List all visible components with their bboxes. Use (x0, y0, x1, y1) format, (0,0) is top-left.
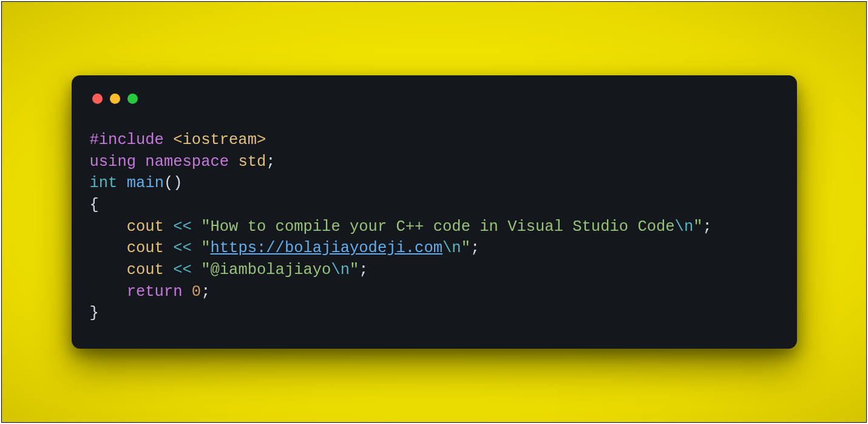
semicolon: ; (703, 218, 712, 236)
namespace-name: std (238, 153, 266, 171)
window-controls (90, 94, 779, 104)
code-line: } (90, 304, 99, 322)
code-line: cout << "https://bolajiayodeji.com\n"; (90, 239, 480, 257)
semicolon: ; (266, 153, 275, 171)
string-quote: " (201, 239, 210, 257)
keyword-return: return (127, 283, 183, 301)
code-block: #include <iostream> using namespace std;… (90, 129, 779, 324)
code-line: cout << "@iambolajiayo\n"; (90, 261, 368, 279)
insertion-operator: << (173, 261, 192, 279)
code-line: return 0; (90, 283, 211, 301)
escape-sequence: \n (331, 261, 350, 279)
code-line: #include <iostream> (90, 131, 266, 149)
code-line: int main() (90, 174, 183, 192)
escape-sequence: \n (442, 239, 461, 257)
open-brace: { (90, 196, 99, 214)
number-literal: 0 (192, 283, 201, 301)
background-frame: #include <iostream> using namespace std;… (1, 1, 867, 423)
keyword-using: using (90, 153, 137, 171)
string-quote: " (201, 261, 210, 279)
code-line: cout << "How to compile your C++ code in… (90, 218, 712, 236)
minimize-icon[interactable] (110, 94, 120, 104)
string-quote: " (461, 239, 470, 257)
string-literal: @iambolajiayo (210, 261, 331, 279)
stream-object: cout (127, 261, 164, 279)
string-quote: " (350, 261, 359, 279)
semicolon: ; (201, 283, 210, 301)
semicolon: ; (359, 261, 368, 279)
stream-object: cout (127, 218, 164, 236)
code-line: { (90, 196, 99, 214)
close-brace: } (90, 304, 99, 322)
return-type: int (90, 174, 118, 192)
string-literal: How to compile your C++ code in Visual S… (210, 218, 674, 236)
zoom-icon[interactable] (127, 94, 138, 104)
function-name: main (127, 174, 164, 192)
insertion-operator: << (173, 239, 192, 257)
code-line: using namespace std; (90, 153, 276, 171)
paren-group: () (164, 174, 183, 192)
string-url: https://bolajiayodeji.com (210, 239, 442, 257)
close-icon[interactable] (92, 94, 103, 104)
keyword-namespace: namespace (145, 153, 229, 171)
header-name: <iostream> (173, 131, 266, 149)
string-quote: " (201, 218, 210, 236)
insertion-operator: << (173, 218, 192, 236)
semicolon: ; (470, 239, 480, 257)
string-quote: " (693, 218, 702, 236)
code-window: #include <iostream> using namespace std;… (72, 75, 797, 349)
escape-sequence: \n (675, 218, 694, 236)
stream-object: cout (127, 239, 164, 257)
preprocessor-directive: #include (90, 131, 174, 149)
